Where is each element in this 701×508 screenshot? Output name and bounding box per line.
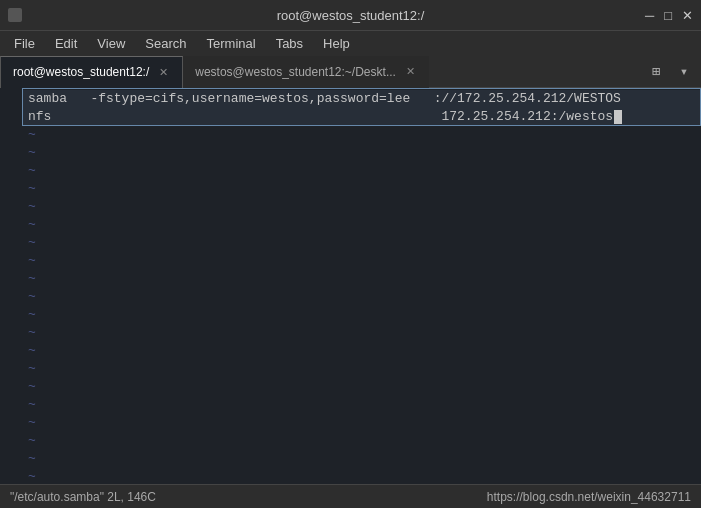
tilde-line-8: ~ — [22, 252, 701, 270]
tilde-line-2: ~ — [22, 144, 701, 162]
menu-item-edit[interactable]: Edit — [47, 34, 85, 53]
tilde-line-20: ~ — [22, 468, 701, 484]
window-controls: ─ □ ✕ — [645, 8, 693, 23]
tilde-line-17: ~ — [22, 414, 701, 432]
menu-item-terminal[interactable]: Terminal — [199, 34, 264, 53]
tilde-line-9: ~ — [22, 270, 701, 288]
tab-label: root@westos_student12:/ — [13, 65, 149, 79]
code-line-2: nfs 172.25.254.212:/westos — [22, 108, 701, 126]
text-cursor — [614, 110, 622, 124]
tilde-line-4: ~ — [22, 180, 701, 198]
menu-item-search[interactable]: Search — [137, 34, 194, 53]
code-line-1: samba -fstype=cifs,username=westos,passw… — [22, 90, 701, 108]
close-button[interactable]: ✕ — [682, 8, 693, 23]
tilde-line-5: ~ — [22, 198, 701, 216]
tab-actions: ⊞ ▾ — [645, 61, 701, 83]
tab-active[interactable]: root@westos_student12:/ ✕ — [0, 56, 183, 88]
tilde-line-3: ~ — [22, 162, 701, 180]
tilde-line-13: ~ — [22, 342, 701, 360]
tab-inactive[interactable]: westos@westos_student12:~/Deskt... ✕ — [183, 56, 429, 88]
tilde-line-18: ~ — [22, 432, 701, 450]
menu-item-file[interactable]: File — [6, 34, 43, 53]
tilde-line-14: ~ — [22, 360, 701, 378]
tilde-line-19: ~ — [22, 450, 701, 468]
menu-item-help[interactable]: Help — [315, 34, 358, 53]
tilde-line-10: ~ — [22, 288, 701, 306]
tilde-line-1: ~ — [22, 126, 701, 144]
code-content[interactable]: samba -fstype=cifs,username=westos,passw… — [22, 88, 701, 484]
menu-item-tabs[interactable]: Tabs — [268, 34, 311, 53]
menu-bar: FileEditViewSearchTerminalTabsHelp — [0, 30, 701, 56]
tilde-line-6: ~ — [22, 216, 701, 234]
new-tab-button[interactable]: ⊞ — [645, 61, 667, 83]
tab-dropdown-button[interactable]: ▾ — [673, 61, 695, 83]
tab-label-2: westos@westos_student12:~/Deskt... — [195, 65, 396, 79]
title-bar: root@westos_student12:/ ─ □ ✕ — [0, 0, 701, 30]
tilde-line-12: ~ — [22, 324, 701, 342]
tilde-line-7: ~ — [22, 234, 701, 252]
tilde-line-16: ~ — [22, 396, 701, 414]
tab-close-button-2[interactable]: ✕ — [404, 65, 417, 78]
line-number-gutter — [0, 88, 22, 484]
tilde-line-15: ~ — [22, 378, 701, 396]
window-title: root@westos_student12:/ — [277, 8, 425, 23]
editor-area: samba -fstype=cifs,username=westos,passw… — [0, 88, 701, 484]
status-bar: "/etc/auto.samba" 2L, 146C https://blog.… — [0, 484, 701, 508]
status-left: "/etc/auto.samba" 2L, 146C — [10, 490, 156, 504]
tab-close-button[interactable]: ✕ — [157, 66, 170, 79]
tab-bar: root@westos_student12:/ ✕ westos@westos_… — [0, 56, 701, 88]
menu-item-view[interactable]: View — [89, 34, 133, 53]
app-icon — [8, 8, 22, 22]
tilde-line-11: ~ — [22, 306, 701, 324]
minimize-button[interactable]: ─ — [645, 8, 654, 23]
status-right: https://blog.csdn.net/weixin_44632711 — [487, 490, 691, 504]
maximize-button[interactable]: □ — [664, 8, 672, 23]
